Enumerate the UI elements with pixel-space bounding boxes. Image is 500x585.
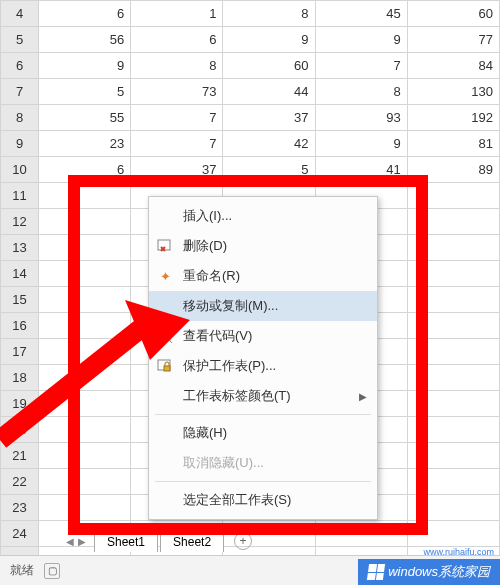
row-header[interactable]: 17: [1, 339, 39, 365]
menu-rename[interactable]: ✦ 重命名(R): [149, 261, 377, 291]
sheet-tab-2[interactable]: Sheet2: [160, 531, 224, 552]
tab-nav-next-icon[interactable]: ▶: [78, 536, 86, 547]
cell[interactable]: [407, 495, 499, 521]
cell[interactable]: [407, 417, 499, 443]
tab-nav[interactable]: ◀ ▶: [60, 536, 92, 547]
cell[interactable]: [407, 209, 499, 235]
cell[interactable]: [407, 313, 499, 339]
cell[interactable]: 23: [39, 131, 131, 157]
menu-view-code[interactable]: 查看代码(V): [149, 321, 377, 351]
cell[interactable]: [407, 261, 499, 287]
cell[interactable]: 7: [131, 131, 223, 157]
cell[interactable]: [407, 443, 499, 469]
cell[interactable]: 1: [131, 1, 223, 27]
cell[interactable]: 42: [223, 131, 315, 157]
cell[interactable]: [407, 287, 499, 313]
cell[interactable]: 77: [407, 27, 499, 53]
cell[interactable]: [39, 183, 131, 209]
cell[interactable]: [315, 521, 407, 547]
cell[interactable]: 9: [315, 27, 407, 53]
row-header[interactable]: 23: [1, 495, 39, 521]
cell[interactable]: 6: [39, 157, 131, 183]
cell[interactable]: [39, 235, 131, 261]
cell[interactable]: 9: [39, 53, 131, 79]
sheet-tab-1[interactable]: Sheet1: [94, 531, 158, 552]
cell[interactable]: 73: [131, 79, 223, 105]
cell[interactable]: 192: [407, 105, 499, 131]
row-header[interactable]: 14: [1, 261, 39, 287]
cell[interactable]: 55: [39, 105, 131, 131]
cell[interactable]: 6: [39, 1, 131, 27]
row-header[interactable]: 5: [1, 27, 39, 53]
row-header[interactable]: 19: [1, 391, 39, 417]
cell[interactable]: [39, 443, 131, 469]
row-header[interactable]: 22: [1, 469, 39, 495]
cell[interactable]: 84: [407, 53, 499, 79]
cell[interactable]: 37: [131, 157, 223, 183]
row-header[interactable]: 24: [1, 521, 39, 547]
cell[interactable]: 37: [223, 105, 315, 131]
row-header[interactable]: 21: [1, 443, 39, 469]
cell[interactable]: [407, 235, 499, 261]
cell[interactable]: [39, 261, 131, 287]
cell[interactable]: 60: [407, 1, 499, 27]
row-header[interactable]: 18: [1, 365, 39, 391]
row-header[interactable]: 12: [1, 209, 39, 235]
row-header[interactable]: 20: [1, 417, 39, 443]
cell[interactable]: 8: [315, 79, 407, 105]
row-header[interactable]: 13: [1, 235, 39, 261]
cell[interactable]: [39, 391, 131, 417]
menu-delete[interactable]: 删除(D): [149, 231, 377, 261]
cell[interactable]: [39, 209, 131, 235]
menu-select-all[interactable]: 选定全部工作表(S): [149, 485, 377, 515]
cell[interactable]: 8: [131, 53, 223, 79]
cell[interactable]: 5: [223, 157, 315, 183]
cell[interactable]: [39, 287, 131, 313]
cell[interactable]: 7: [315, 53, 407, 79]
cell[interactable]: 60: [223, 53, 315, 79]
cell[interactable]: 9: [223, 27, 315, 53]
cell[interactable]: [407, 391, 499, 417]
row-header[interactable]: 16: [1, 313, 39, 339]
menu-move-copy[interactable]: 移动或复制(M)...: [149, 291, 377, 321]
cell[interactable]: 8: [223, 1, 315, 27]
cell[interactable]: [39, 313, 131, 339]
cell[interactable]: 81: [407, 131, 499, 157]
cell[interactable]: 6: [131, 27, 223, 53]
tab-nav-prev-icon[interactable]: ◀: [66, 536, 74, 547]
cell[interactable]: 89: [407, 157, 499, 183]
cell[interactable]: 56: [39, 27, 131, 53]
cell[interactable]: 93: [315, 105, 407, 131]
cell[interactable]: [39, 495, 131, 521]
row-header[interactable]: 15: [1, 287, 39, 313]
row-header[interactable]: 11: [1, 183, 39, 209]
cell[interactable]: 44: [223, 79, 315, 105]
menu-insert[interactable]: 插入(I)...: [149, 201, 377, 231]
cell[interactable]: 130: [407, 79, 499, 105]
row-header[interactable]: 10: [1, 157, 39, 183]
cell[interactable]: [407, 183, 499, 209]
row-header[interactable]: 7: [1, 79, 39, 105]
cell[interactable]: [39, 365, 131, 391]
macro-record-icon[interactable]: ▢: [44, 563, 60, 579]
cell[interactable]: 9: [315, 131, 407, 157]
cell[interactable]: [39, 417, 131, 443]
cell[interactable]: 7: [131, 105, 223, 131]
row-header[interactable]: 8: [1, 105, 39, 131]
row-header[interactable]: 9: [1, 131, 39, 157]
cell[interactable]: [39, 469, 131, 495]
cell[interactable]: [39, 339, 131, 365]
cell[interactable]: [407, 339, 499, 365]
cell[interactable]: [407, 469, 499, 495]
menu-tab-color[interactable]: 工作表标签颜色(T) ▶: [149, 381, 377, 411]
cell[interactable]: [407, 365, 499, 391]
new-sheet-button[interactable]: +: [234, 532, 252, 550]
menu-protect[interactable]: 保护工作表(P)...: [149, 351, 377, 381]
cell[interactable]: 5: [39, 79, 131, 105]
row-header[interactable]: 4: [1, 1, 39, 27]
cell[interactable]: [407, 521, 499, 547]
cell[interactable]: 45: [315, 1, 407, 27]
cell[interactable]: 41: [315, 157, 407, 183]
menu-hide[interactable]: 隐藏(H): [149, 418, 377, 448]
row-header[interactable]: 6: [1, 53, 39, 79]
